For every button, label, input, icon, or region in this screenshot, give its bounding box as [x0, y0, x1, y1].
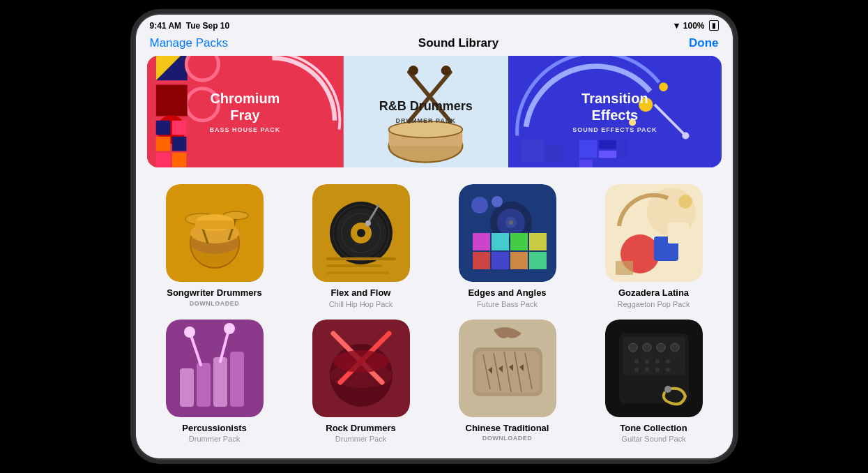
svg-rect-6: [155, 121, 169, 135]
svg-rect-107: [623, 337, 685, 375]
svg-point-69: [471, 197, 488, 213]
status-bar: 9:41 AM Tue Sep 10 ▾ 100% ▮: [136, 15, 733, 33]
svg-point-119: [666, 368, 670, 372]
svg-point-112: [634, 359, 639, 363]
wifi-icon: ▾: [674, 20, 679, 31]
svg-rect-61: [473, 233, 490, 250]
svg-point-84: [184, 326, 195, 338]
edges-and-angles-sub: Future Bass Pack: [477, 300, 538, 308]
svg-rect-27: [599, 151, 616, 158]
chromium-fray-text: ChromiumFray Bass House Pack: [209, 90, 280, 133]
songwriter-drummers-name: Songwriter Drummers: [167, 287, 262, 299]
gozadera-latina-thumb: [605, 184, 703, 282]
svg-point-117: [645, 368, 649, 372]
flex-and-flow-sub: Chill Hip Hop Pack: [329, 300, 393, 308]
scroll-content: ChromiumFray Bass House Pack: [136, 56, 733, 458]
pack-percussionists[interactable]: Percussionists Drummer Pack: [147, 320, 282, 444]
chinese-traditional-name: Chinese Traditional: [466, 423, 549, 434]
svg-point-60: [509, 220, 513, 225]
chinese-traditional-sub: DOWNLOADED: [482, 435, 533, 442]
chinese-traditional-thumb: [459, 320, 556, 417]
svg-point-86: [224, 323, 235, 334]
svg-rect-65: [473, 252, 490, 269]
svg-point-111: [671, 343, 679, 352]
chromium-fray-subtitle: Bass House Pack: [209, 126, 280, 133]
svg-rect-75: [668, 223, 689, 243]
svg-rect-82: [230, 352, 244, 407]
rnb-title: R&B Drummers: [379, 99, 473, 114]
svg-rect-79: [180, 368, 194, 407]
battery-icon: ▮: [709, 20, 719, 31]
svg-point-110: [657, 343, 665, 352]
nav-bar: Manage Packs Sound Library Done: [136, 33, 733, 56]
svg-point-52: [365, 220, 371, 226]
svg-rect-81: [213, 357, 227, 407]
songwriter-drummers-sub: DOWNLOADED: [190, 300, 240, 307]
flex-and-flow-thumb: [312, 184, 410, 282]
rnb-subtitle: Drummer Pack: [379, 117, 473, 124]
rock-drummers-name: Rock Drummers: [326, 423, 395, 434]
done-button[interactable]: Done: [689, 36, 719, 50]
device-frame: 9:41 AM Tue Sep 10 ▾ 100% ▮ Manage Packs…: [135, 13, 734, 460]
svg-point-118: [655, 368, 660, 372]
svg-rect-43: [195, 220, 234, 229]
gozadera-latina-name: Gozadera Latina: [618, 287, 689, 299]
svg-point-114: [655, 359, 660, 363]
svg-point-23: [659, 82, 668, 91]
status-indicators: ▾ 100% ▮: [674, 20, 719, 31]
svg-rect-66: [492, 252, 509, 269]
pack-gozadera-latina[interactable]: Gozadera Latina Reggaeton Pop Pack: [586, 184, 722, 308]
percussionists-name: Percussionists: [182, 423, 247, 434]
svg-point-121: [664, 386, 671, 393]
featured-chromium-fray[interactable]: ChromiumFray Bass House Pack: [147, 56, 344, 167]
pack-rock-drummers[interactable]: Rock Drummers Drummer Pack: [294, 320, 429, 444]
svg-rect-80: [197, 363, 211, 407]
svg-point-116: [634, 368, 639, 372]
svg-rect-67: [510, 252, 528, 269]
screen: 9:41 AM Tue Sep 10 ▾ 100% ▮ Manage Packs…: [136, 15, 733, 458]
svg-rect-4: [155, 85, 187, 117]
manage-packs-button[interactable]: Manage Packs: [150, 36, 228, 50]
pack-edges-and-angles[interactable]: Edges and Angles Future Bass Pack: [440, 184, 575, 308]
svg-point-19: [409, 66, 418, 75]
svg-point-20: [441, 66, 451, 75]
svg-rect-54: [326, 264, 382, 267]
pack-chinese-traditional[interactable]: Chinese Traditional DOWNLOADED: [440, 320, 575, 444]
tone-collection-name: Tone Collection: [620, 423, 687, 434]
percussionists-sub: Drummer Pack: [189, 435, 240, 443]
svg-point-70: [492, 196, 503, 207]
packs-grid: Songwriter Drummers DOWNLOADED: [147, 184, 722, 443]
svg-point-108: [629, 343, 637, 352]
svg-rect-25: [579, 140, 597, 158]
pack-flex-and-flow[interactable]: Flex and Flow Chill Hip Hop Pack: [294, 184, 429, 308]
svg-rect-26: [599, 140, 616, 149]
featured-transition-effects[interactable]: TransitionEffects Sound Effects Pack: [508, 56, 721, 167]
edges-and-angles-thumb: [459, 184, 556, 282]
gozadera-latina-sub: Reggaeton Pop Pack: [618, 300, 690, 308]
svg-rect-7: [172, 121, 185, 135]
svg-point-115: [666, 359, 670, 363]
transition-title: TransitionEffects: [572, 90, 657, 123]
pack-songwriter-drummers[interactable]: Songwriter Drummers DOWNLOADED: [147, 184, 282, 308]
svg-rect-63: [510, 233, 528, 250]
svg-rect-64: [529, 233, 547, 250]
songwriter-drummers-thumb: [166, 184, 264, 282]
pack-tone-collection[interactable]: Tone Collection Guitar Sound Pack: [586, 320, 722, 444]
svg-point-31: [683, 132, 690, 139]
featured-rnb-drummers[interactable]: R&B Drummers Drummer Pack: [344, 56, 508, 167]
tone-collection-sub: Guitar Sound Pack: [621, 435, 685, 443]
svg-rect-10: [155, 153, 169, 167]
svg-rect-55: [326, 271, 389, 274]
svg-rect-29: [579, 160, 593, 167]
edges-and-angles-name: Edges and Angles: [468, 287, 546, 299]
status-time: 9:41 AM Tue Sep 10: [150, 21, 230, 31]
page-title: Sound Library: [418, 36, 498, 50]
tone-collection-thumb: [605, 320, 703, 417]
svg-rect-32: [521, 140, 544, 163]
svg-rect-77: [616, 261, 633, 275]
svg-rect-53: [326, 257, 396, 260]
rock-drummers-sub: Drummer Pack: [335, 435, 386, 443]
svg-rect-28: [618, 140, 627, 158]
chromium-fray-title: ChromiumFray: [209, 90, 280, 123]
svg-rect-62: [492, 233, 509, 250]
